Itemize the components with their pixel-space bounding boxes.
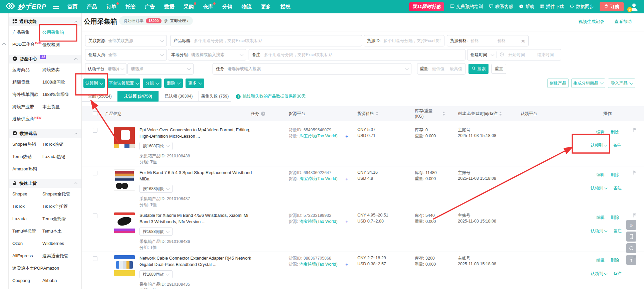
nav-warehouse[interactable]: 仓库: [203, 4, 213, 10]
sidebar-item-wildberries[interactable]: Wildberries: [42, 241, 64, 246]
nav-hosting[interactable]: 托管: [125, 4, 135, 10]
nav-ads[interactable]: 广告: [145, 4, 155, 10]
help-link[interactable]: ? 帮助: [519, 4, 534, 10]
sidebar-item-lazada[interactable]: Lazada: [12, 216, 42, 221]
row-claim-to-link[interactable]: 认领到: [591, 228, 607, 234]
tab-collect-failed[interactable]: 采集失败 (759): [199, 91, 231, 102]
edit-link[interactable]: 编辑: [596, 215, 605, 221]
select-all-checkbox[interactable]: [93, 111, 97, 116]
sidebar-item-coupang[interactable]: Coupang: [12, 278, 42, 283]
filter-task-select[interactable]: 任务:请选择或输入搜索: [213, 63, 411, 75]
chevron-up-icon[interactable]: [74, 58, 78, 61]
expand-icon[interactable]: »: [626, 220, 636, 230]
end-time-input[interactable]: [533, 52, 558, 57]
weight-min-input[interactable]: [431, 66, 445, 71]
sidebar-item-temu-semi[interactable]: Temu半托管: [12, 228, 42, 234]
flag-icon[interactable]: [632, 127, 637, 133]
view-help-link[interactable]: 查看帮助: [614, 19, 632, 25]
sidebar-item-fine-pallet[interactable]: 精翻货盘: [12, 79, 42, 85]
nav-home[interactable]: 首页: [67, 4, 77, 10]
reset-button[interactable]: 重置: [492, 64, 506, 74]
import-product-button[interactable]: 导入产品: [608, 79, 635, 88]
menu-toggle-icon[interactable]: [53, 5, 59, 9]
tab-all[interactable]: 全部 (55814): [82, 91, 118, 102]
row-checkbox[interactable]: [93, 128, 97, 133]
price-min-input[interactable]: [470, 38, 493, 43]
remark-link[interactable]: 备注: [613, 143, 622, 148]
plugin-download-link[interactable]: 插件下载: [540, 4, 564, 10]
product-title[interactable]: For Mi Band 7 6 5 4 3 Sport Strap Replac…: [139, 169, 256, 182]
filter-source-id-field[interactable]: 货源ID:: [364, 35, 444, 46]
tab-claimed[interactable]: 已认领 (30304): [158, 91, 199, 102]
source-id-input[interactable]: [383, 38, 441, 43]
training-link[interactable]: 免费预约培训: [450, 4, 483, 10]
chevron-up-icon[interactable]: [74, 133, 78, 136]
edit-link[interactable]: 编辑: [596, 129, 605, 135]
row-claim-to-link[interactable]: 认领到: [591, 143, 607, 148]
filter-linked-source-select[interactable]: 关联货源:全部关联货源: [85, 35, 167, 46]
sidebar-item-public-collection-box[interactable]: 公用采集箱: [42, 29, 64, 35]
sidebar-item-ozon[interactable]: Ozon: [12, 241, 42, 246]
promo-badge[interactable]: 双11限时特惠: [409, 2, 444, 11]
nav-distribution[interactable]: 分销: [222, 4, 232, 10]
sidebar-item-temu-full[interactable]: Temu全托管: [42, 216, 66, 222]
chevron-up-icon[interactable]: [74, 182, 78, 186]
app-logo[interactable]: 妙手ERP: [5, 2, 46, 11]
filter-source-price-field[interactable]: 货源价格: - 元: [447, 35, 529, 46]
source-platform-link[interactable]: 淘宝跨境(Tao World): [299, 219, 337, 224]
source-platform-link[interactable]: 淘宝跨境(Tao World): [299, 176, 337, 181]
weight-max-input[interactable]: [449, 66, 463, 71]
pending-action-link[interactable]: 立即处理 ›: [170, 18, 189, 24]
search-button[interactable]: 搜索: [468, 64, 489, 74]
sidebar-item-1688-same[interactable]: 1688搜同款: [42, 79, 65, 85]
product-thumbnail[interactable]: [114, 169, 135, 191]
nav-purchase[interactable]: 采购: [184, 4, 194, 10]
product-thumbnail[interactable]: [114, 255, 135, 276]
row-checkbox[interactable]: [93, 213, 97, 218]
nav-orders[interactable]: 订单: [106, 4, 116, 10]
add-source-icon[interactable]: +: [345, 133, 348, 139]
sidebar-item-industry-belt[interactable]: 跨境产业带: [12, 104, 42, 110]
user-avatar[interactable]: V: [629, 2, 639, 11]
sidebar-item-aliexpress[interactable]: AliExpress: [12, 253, 42, 258]
filter-weight-field[interactable]: 重量: -: [417, 63, 465, 75]
remark-link[interactable]: 备注: [613, 228, 622, 234]
delete-link[interactable]: 删除: [611, 215, 619, 221]
sort-icon[interactable]: [376, 112, 378, 116]
video-record-link[interactable]: 视频生成记录: [578, 19, 604, 25]
sidebar-item-crossborder-hot[interactable]: 跨境热卖: [42, 67, 60, 73]
sidebar-item-shopee-full[interactable]: Shopee全托管: [42, 191, 70, 197]
sidebar-section-quick-listing[interactable]: 快速上货: [9, 179, 81, 188]
order-button[interactable]: 订购: [600, 2, 624, 11]
row-claim-to-link[interactable]: 认领到: [591, 185, 607, 191]
search-1688-same-button[interactable]: 搜1688同款: [139, 270, 173, 278]
more-button[interactable]: 更多: [186, 79, 204, 88]
search-1688-same-button[interactable]: 搜1688同款: [139, 185, 173, 193]
nav-authorization[interactable]: 授权: [280, 4, 290, 10]
sidebar-item-1688-smart-collect[interactable]: 1688智能采集: [42, 92, 69, 98]
delete-link[interactable]: 删除: [611, 172, 619, 178]
remark-link[interactable]: 备注: [613, 185, 622, 191]
chevron-up-icon[interactable]: [74, 21, 78, 24]
refresh-icon[interactable]: [626, 243, 636, 253]
sidebar-item-amazon[interactable]: Amazon: [43, 266, 59, 271]
sidebar-item-shopee-hot[interactable]: Shopee热销: [12, 141, 42, 147]
filter-claim-shop-select[interactable]: 请选择: [127, 63, 194, 75]
sidebar-item-tiktok-hot[interactable]: TikTok热销: [42, 141, 63, 147]
price-max-input[interactable]: [497, 38, 520, 43]
sidebar-section-pallet-center[interactable]: 货盘中心 AI: [9, 55, 81, 63]
flag-icon[interactable]: [632, 213, 637, 219]
nav-logistics[interactable]: 物流: [242, 4, 252, 10]
filter-create-time-field[interactable]: 创建时间 -: [467, 49, 561, 60]
source-platform-link[interactable]: 淘宝跨境(Tao World): [299, 262, 337, 267]
sidebar-item-invite-supplier[interactable]: 邀请供应商NEW: [12, 116, 42, 122]
sort-icon[interactable]: [499, 112, 502, 116]
sidebar-item-blue-ocean[interactable]: 蓝海商品: [12, 67, 42, 73]
edit-link[interactable]: 编辑: [596, 172, 605, 178]
sidebar-item-temu-hot[interactable]: Temu热销: [12, 154, 42, 160]
flag-icon[interactable]: [632, 170, 637, 176]
sidebar-item-lazada-hot[interactable]: Lazada热销: [42, 154, 65, 160]
filter-remark-field[interactable]: 备注:: [249, 49, 465, 60]
sidebar-item-alibaba[interactable]: Alibaba: [42, 278, 57, 283]
create-product-button[interactable]: 创建产品: [547, 79, 569, 88]
